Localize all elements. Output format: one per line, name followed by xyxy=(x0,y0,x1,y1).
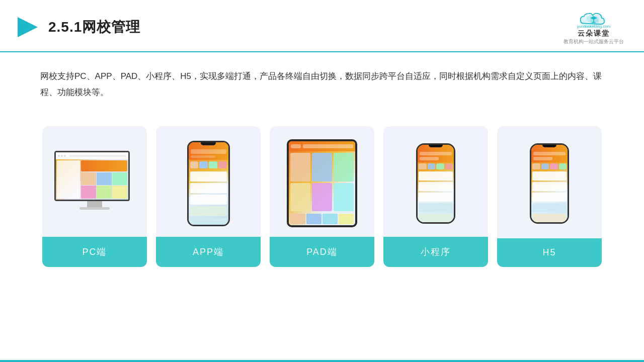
pc-card: PC端 xyxy=(42,126,147,267)
cards-container: PC端 xyxy=(0,116,644,277)
svg-marker-0 xyxy=(18,17,38,37)
app-card: APP端 xyxy=(156,126,261,267)
app-card-label: APP端 xyxy=(156,237,261,267)
play-icon xyxy=(15,15,40,40)
app-phone-icon xyxy=(187,141,230,226)
svg-text:yunduoketang.com: yunduoketang.com xyxy=(577,24,611,29)
pc-image-area xyxy=(42,126,147,237)
header-left: 2.5.1网校管理 xyxy=(15,15,140,40)
app-image-area xyxy=(156,126,261,237)
pc-monitor-icon xyxy=(54,151,135,216)
page-title: 2.5.1网校管理 xyxy=(48,18,140,37)
mini-program-phone-icon xyxy=(416,143,455,224)
h5-phone-icon xyxy=(530,143,569,224)
h5-phone-notch xyxy=(542,145,556,147)
cloud-logo-icon: yunduoketang.com xyxy=(576,9,611,29)
header: 2.5.1网校管理 yunduoketang.com 云朵课堂 教育机构一站式服… xyxy=(0,0,644,52)
logo-name: 云朵课堂 xyxy=(578,29,610,38)
mini-program-card: 小程序 xyxy=(383,126,488,267)
pad-card-label: PAD端 xyxy=(270,237,374,267)
h5-card-label: H5 xyxy=(497,238,602,267)
pc-card-label: PC端 xyxy=(42,237,147,267)
logo-tagline: 教育机构一站式服务云平台 xyxy=(564,38,624,45)
bottom-line xyxy=(0,360,644,362)
pad-image-area xyxy=(270,126,374,237)
mini-program-image-area xyxy=(383,126,488,237)
pad-card: PAD端 xyxy=(270,126,374,267)
h5-card: H5 xyxy=(497,126,602,267)
logo-area: yunduoketang.com 云朵课堂 教育机构一站式服务云平台 xyxy=(564,9,624,45)
mini-program-card-label: 小程序 xyxy=(383,237,488,267)
description-text: 网校支持PC、APP、PAD、小程序、H5，实现多端打通，产品各终端自由切换，数… xyxy=(0,52,644,111)
mini-phone-notch xyxy=(429,145,443,147)
phone-notch xyxy=(201,142,216,145)
pad-tablet-icon xyxy=(287,139,357,227)
h5-image-area xyxy=(497,126,602,237)
